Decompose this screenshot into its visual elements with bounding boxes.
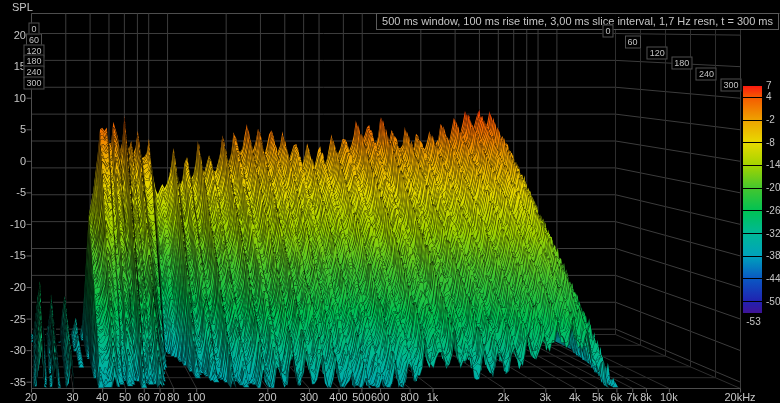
freq-tick-label: 5k [592, 391, 604, 403]
freq-tick-label: 4k [569, 391, 581, 403]
freq-tick-label: 30 [66, 391, 78, 403]
time-label-right: 240 [696, 68, 717, 81]
measurement-info-box: 500 ms window, 100 ms rise time, 3,00 ms… [376, 13, 779, 30]
freq-tick-label: 1k [427, 391, 439, 403]
colorbar-db-label: -14 [766, 159, 780, 170]
freq-tick-label: 50 [119, 391, 131, 403]
colorbar-segment-divider [743, 233, 762, 234]
spl-tick-label: -20 [0, 281, 26, 293]
freq-tick-label: 800 [400, 391, 418, 403]
colorbar-db-label: 7 [766, 80, 772, 91]
freq-tick-label: 600 [371, 391, 389, 403]
colorbar-segment-divider [743, 97, 762, 98]
freq-tick-label: 20 [25, 391, 37, 403]
colorbar-db-label: -32 [766, 228, 780, 239]
spl-tick-label: 10 [0, 92, 26, 104]
freq-tick-label: 60 [138, 391, 150, 403]
freq-tick-label: 20kHz [724, 391, 755, 403]
freq-tick-label: 40 [96, 391, 108, 403]
freq-tick-label: 500 [352, 391, 370, 403]
colorbar-segment-divider [743, 278, 762, 279]
waterfall-3d-plot[interactable] [0, 0, 780, 403]
colorbar-db-label: -2 [766, 114, 775, 125]
freq-tick-label: 80 [167, 391, 179, 403]
spl-axis-title: SPL [12, 1, 33, 13]
waterfall-window: SPL 500 ms window, 100 ms rise time, 3,0… [0, 0, 780, 403]
spl-tick-label: -10 [0, 218, 26, 230]
spl-tick-label: -35 [0, 376, 26, 388]
colorbar-segment-divider [743, 165, 762, 166]
colorbar-segment-divider [743, 120, 762, 121]
freq-tick-label: 10k [660, 391, 678, 403]
colorbar-db-label: -38 [766, 250, 780, 261]
colorbar-segment-divider [743, 142, 762, 143]
spl-tick-label: -15 [0, 249, 26, 261]
spl-tick-label: 15 [0, 60, 26, 72]
freq-tick-label: 3k [539, 391, 551, 403]
spl-tick-label: -5 [0, 186, 26, 198]
time-label-right: 120 [647, 46, 668, 59]
colorbar-db-label: -53 [744, 316, 763, 327]
freq-tick-label: 100 [187, 391, 205, 403]
colorbar-segment-divider [743, 210, 762, 211]
freq-tick-label: 300 [300, 391, 318, 403]
spl-tick-label: 20 [0, 29, 26, 41]
colorbar-db-label: -50 [766, 296, 780, 307]
freq-tick-label: 70 [153, 391, 165, 403]
time-label-right: 180 [671, 57, 692, 70]
time-label-right: 300 [720, 79, 741, 92]
time-label-left: 300 [23, 77, 44, 90]
colorbar-db-label: -20 [766, 182, 780, 193]
colorbar-db-label: -8 [766, 137, 775, 148]
colorbar-db-label: -44 [766, 273, 780, 284]
freq-tick-label: 7k [626, 391, 638, 403]
colorbar-db-label: 4 [766, 91, 772, 102]
freq-tick-label: 400 [329, 391, 347, 403]
spl-tick-label: -25 [0, 313, 26, 325]
freq-tick-label: 8k [640, 391, 652, 403]
freq-tick-label: 6k [611, 391, 623, 403]
colorbar-segment-divider [743, 301, 762, 302]
time-label-right: 60 [625, 35, 641, 48]
freq-tick-label: 2k [498, 391, 510, 403]
colorbar-db-label: -26 [766, 205, 780, 216]
colorbar-segment-divider [743, 256, 762, 257]
colorbar-segment-divider [743, 188, 762, 189]
spl-tick-label: 0 [0, 155, 26, 167]
time-label-right: 0 [602, 25, 613, 38]
colorbar [743, 86, 762, 313]
spl-tick-label: -30 [0, 344, 26, 356]
freq-tick-label: 200 [258, 391, 276, 403]
spl-tick-label: 5 [0, 123, 26, 135]
